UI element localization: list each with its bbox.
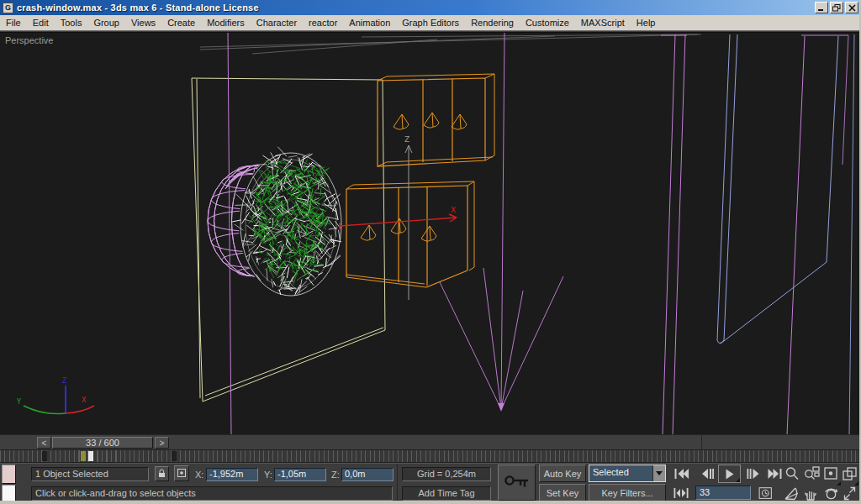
time-configuration-icon	[758, 485, 774, 501]
menu-animation[interactable]: Animation	[343, 18, 396, 28]
lock-icon	[156, 468, 167, 479]
zoom-extents-all-button[interactable]	[841, 465, 858, 486]
menu-edit[interactable]: Edit	[27, 18, 55, 28]
go-to-start-icon	[671, 465, 691, 482]
chevron-down-icon	[656, 471, 663, 475]
menu-maxscript[interactable]: MAXScript	[575, 18, 631, 28]
window-object-top[interactable]	[378, 74, 494, 166]
zoom-extents-all-icon	[841, 465, 858, 483]
time-slider-prev-button[interactable]: <	[37, 437, 51, 449]
timeline-separator	[701, 435, 702, 450]
trackbar-key-current[interactable]	[88, 451, 93, 461]
minimize-icon	[817, 4, 826, 12]
menu-views[interactable]: Views	[125, 18, 161, 28]
menu-rendering[interactable]: Rendering	[465, 18, 520, 28]
key-mode-icon	[671, 485, 691, 501]
track-bar[interactable]	[0, 449, 861, 463]
next-frame-icon	[744, 465, 764, 482]
selection-status-field: 1 Object Selected	[31, 467, 149, 481]
zoom-icon	[783, 465, 802, 483]
trackbar-key-key[interactable]	[172, 451, 177, 461]
restore-icon	[832, 4, 841, 12]
menu-modifiers[interactable]: Modifiers	[201, 18, 251, 28]
svg-text:Z: Z	[404, 135, 409, 144]
key-filters-button[interactable]: Key Filters...	[589, 484, 666, 501]
current-frame-field[interactable]: 33	[695, 486, 751, 500]
world-axis-tripod[interactable]: ZYX	[16, 377, 94, 414]
x-coordinate-label: X:	[195, 470, 203, 480]
window-title: crash-window.max - 3ds max 6 - Stand-alo…	[17, 3, 259, 13]
menu-file[interactable]: File	[0, 18, 27, 28]
set-key-button[interactable]: Set Key	[539, 484, 586, 501]
zoom-extents-button[interactable]	[821, 465, 841, 486]
y-coordinate-label: Y:	[264, 470, 272, 480]
menu-customize[interactable]: Customize	[520, 18, 575, 28]
window-frame-bottom	[0, 501, 861, 504]
trackbar-key-key[interactable]	[42, 451, 47, 461]
mini-listener-swatch[interactable]	[2, 485, 16, 501]
viewport-label[interactable]: Perspective	[5, 35, 53, 45]
field-of-view-icon	[783, 485, 802, 501]
grid-setting-field: Grid = 0,254m	[402, 467, 491, 481]
selection-lock-button[interactable]	[155, 466, 169, 481]
titlebar[interactable]: G crash-window.max - 3ds max 6 - Stand-a…	[0, 0, 861, 15]
go-to-start-button[interactable]	[671, 465, 691, 485]
svg-text:X: X	[451, 206, 456, 214]
menu-tools[interactable]: Tools	[55, 18, 88, 28]
macro-recorder-swatch[interactable]	[2, 465, 16, 484]
restore-button[interactable]	[830, 2, 843, 13]
absolute-mode-toggle-button[interactable]	[174, 465, 189, 481]
time-slider-thumb[interactable]: 33 / 600	[52, 437, 153, 449]
zoom-all-icon	[802, 465, 821, 483]
zoom-extents-icon	[821, 465, 841, 483]
time-slider-row: < 33 / 600 >	[0, 434, 861, 449]
minimize-button[interactable]	[815, 2, 828, 13]
zoom-button[interactable]	[783, 465, 802, 486]
play-button[interactable]	[718, 465, 741, 483]
x-coordinate-field[interactable]: -1,952m	[206, 468, 258, 481]
flyout-corner	[736, 478, 740, 482]
spotlight-cone[interactable]	[440, 33, 563, 412]
svg-text:Y: Y	[16, 398, 21, 406]
menu-graph-editors[interactable]: Graph Editors	[396, 18, 465, 28]
status-bar: 1 Object Selected X: -1,952m Y: -1,05m Z…	[0, 463, 861, 501]
statusbar-separator	[397, 464, 398, 501]
min-max-toggle-icon	[841, 485, 858, 501]
distant-gray-lines[interactable]	[200, 34, 701, 54]
previous-frame-button[interactable]	[696, 465, 716, 485]
add-time-tag-field[interactable]: Add Time Tag	[402, 486, 491, 501]
wireframe-blue-plane[interactable]	[717, 34, 854, 435]
dropdown-arrow-button[interactable]	[652, 465, 665, 481]
trackbar-key-key-olive[interactable]	[81, 451, 86, 461]
selection-set-dropdown[interactable]: Selected	[589, 465, 666, 482]
svg-text:X: X	[82, 396, 87, 404]
menubar: File Edit Tools Group Views Create Modif…	[0, 15, 861, 31]
menu-character[interactable]: Character	[251, 18, 303, 28]
menu-create[interactable]: Create	[161, 18, 201, 28]
scene-canvas: ZXZYX	[0, 33, 861, 435]
close-button[interactable]	[845, 2, 858, 13]
zoom-all-button[interactable]	[802, 465, 821, 486]
close-icon	[848, 4, 856, 12]
previous-frame-icon	[696, 465, 716, 482]
scene-lines-right[interactable]	[661, 34, 687, 435]
z-coordinate-label: Z:	[331, 470, 340, 480]
z-coordinate-field[interactable]: 0,0m	[341, 468, 394, 481]
time-slider-next-button[interactable]: >	[155, 437, 169, 449]
svg-text:Z: Z	[62, 377, 67, 385]
next-frame-button[interactable]	[744, 465, 764, 485]
auto-key-button[interactable]: Auto Key	[539, 465, 586, 482]
menu-help[interactable]: Help	[631, 18, 662, 28]
menu-reactor[interactable]: reactor	[303, 18, 343, 28]
viewport-perspective[interactable]: ZXZYX Perspective	[0, 32, 861, 434]
y-coordinate-field[interactable]: -1,05m	[274, 468, 326, 481]
menu-group[interactable]: Group	[87, 18, 125, 28]
prompt-line: Click or click-and-drag to select object…	[31, 486, 393, 501]
app-icon: G	[3, 3, 13, 13]
absolute-mode-icon	[176, 467, 188, 479]
key-icon	[503, 470, 531, 495]
window-object-bottom[interactable]	[346, 181, 474, 287]
selection-set-value: Selected	[589, 465, 652, 481]
set-keys-button[interactable]	[498, 465, 536, 501]
app-window: G crash-window.max - 3ds max 6 - Stand-a…	[0, 0, 861, 504]
